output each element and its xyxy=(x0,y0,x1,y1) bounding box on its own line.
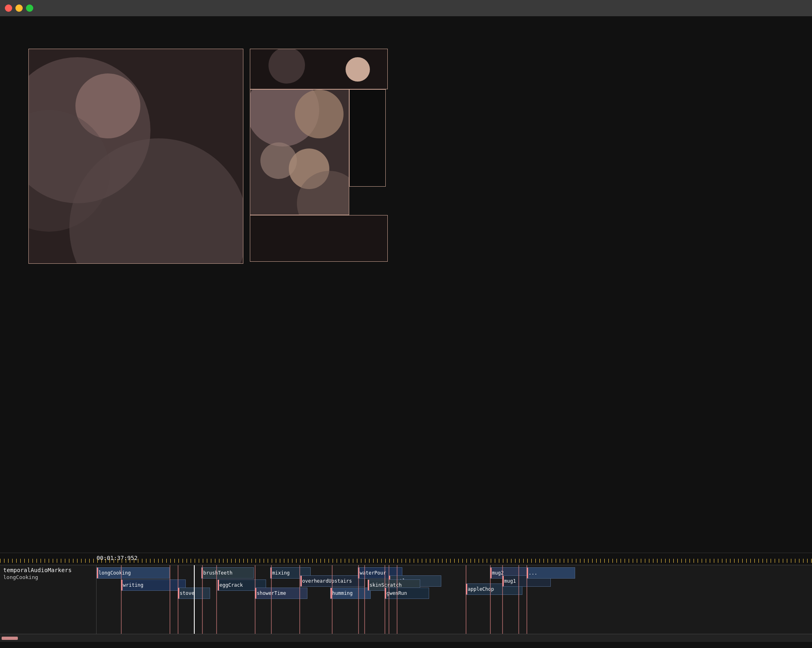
track-header: temporalAudioMarkers longCooking xyxy=(0,565,97,634)
clip-marker xyxy=(97,568,98,578)
timeline-marker xyxy=(389,565,389,634)
minimize-button[interactable] xyxy=(15,4,23,12)
timeline-marker xyxy=(170,565,170,634)
timeline-marker xyxy=(502,565,503,634)
clip-label: overheardUpstairs xyxy=(302,578,352,584)
timeline-scrollbar[interactable] xyxy=(0,634,812,642)
timeline-tracks: temporalAudioMarkers longCooking longCoo… xyxy=(0,565,812,634)
panel-bottom-right[interactable] xyxy=(250,215,388,262)
audio-clip[interactable]: longCooking xyxy=(97,567,170,579)
timeline-marker xyxy=(216,565,217,634)
audio-clip[interactable]: brushTeeth xyxy=(201,567,254,579)
maximize-button[interactable] xyxy=(26,4,33,12)
timeline-marker xyxy=(271,565,272,634)
scroll-thumb[interactable] xyxy=(2,637,18,640)
timeline-marker xyxy=(466,565,466,634)
clip-label: waterPour xyxy=(360,570,386,576)
timeline-marker xyxy=(332,565,333,634)
track1-label: temporalAudioMarkers xyxy=(3,567,93,573)
audio-clip[interactable]: writing xyxy=(121,579,186,591)
decorative-circle xyxy=(346,57,370,82)
clip-label: mixing xyxy=(272,570,290,576)
clip-label: longCooking xyxy=(99,570,131,576)
close-button[interactable] xyxy=(5,4,12,12)
main-area: 00:01:37:952 temporalAudioMarkers longCo… xyxy=(0,16,812,648)
playhead xyxy=(194,565,195,634)
clip-label: writing xyxy=(123,582,144,588)
timeline-marker xyxy=(385,565,385,634)
decorative-circle xyxy=(295,90,344,138)
timeline-marker xyxy=(121,565,122,634)
ruler-ticks xyxy=(0,559,812,563)
panel-left-large[interactable] xyxy=(28,49,243,264)
timeline-marker xyxy=(490,565,491,634)
track2-label: longCooking xyxy=(3,574,93,580)
timeline-marker xyxy=(364,565,365,634)
titlebar xyxy=(0,0,812,16)
track-content[interactable]: longCookingwritingstovebrushTeetheggCrac… xyxy=(97,565,812,634)
timeline-area: 00:01:37:952 temporalAudioMarkers longCo… xyxy=(0,553,812,648)
audio-clip[interactable]: ... xyxy=(526,567,575,579)
timeline-marker xyxy=(202,565,203,634)
clip-label: eggCrack xyxy=(219,582,243,588)
decorative-circle xyxy=(269,49,305,84)
clip-label: brushTeeth xyxy=(203,570,232,576)
clip-marker xyxy=(218,580,219,590)
timeline-marker xyxy=(299,565,300,634)
panel-middle-right xyxy=(250,89,388,215)
timeline-marker xyxy=(518,565,519,634)
audio-clip[interactable]: overheardUpstairs xyxy=(300,575,365,587)
clip-label: stove xyxy=(180,590,194,596)
panel-mid-left[interactable] xyxy=(250,89,349,215)
timeline-marker xyxy=(358,565,359,634)
clip-marker xyxy=(301,576,302,586)
clip-label: mug1 xyxy=(504,578,516,584)
panels-container xyxy=(28,49,784,276)
clip-label: humming xyxy=(332,590,353,596)
timeline-marker xyxy=(397,565,397,634)
clip-label: ... xyxy=(528,570,537,576)
timeline-marker xyxy=(526,565,527,634)
timeline-ruler[interactable]: 00:01:37:952 xyxy=(0,553,812,565)
audio-clip[interactable]: gwenRun xyxy=(385,588,429,599)
panel-mid-small[interactable] xyxy=(349,89,386,187)
clip-marker xyxy=(368,580,369,590)
panel-top-right[interactable] xyxy=(250,49,388,89)
timeline-marker xyxy=(255,565,256,634)
timeline-marker xyxy=(178,565,178,634)
panels-right xyxy=(250,49,388,276)
